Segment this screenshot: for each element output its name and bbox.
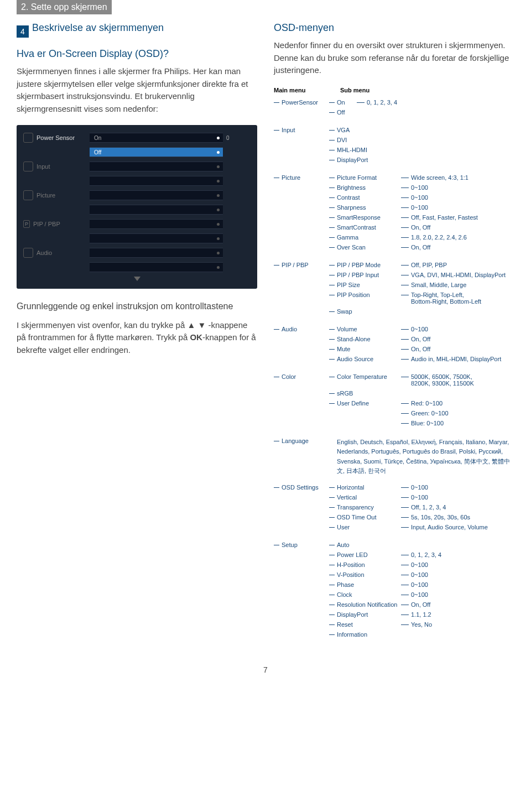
tree-sub: Contrast (329, 194, 401, 201)
osd-value-zero: 0 (226, 135, 251, 141)
tree-value: 1.1, 1.2 (401, 611, 514, 618)
tree-value: On, Off (401, 346, 514, 352)
tree-value: 0~100 (401, 484, 514, 491)
osd-item-input: Input (37, 163, 50, 170)
tree-sub: Transparency (329, 504, 401, 511)
tree-sub: Stand-Alone (329, 336, 401, 342)
tree-value: 0~100 (401, 494, 514, 501)
main-menu-header: Main menu (274, 87, 329, 93)
tree-sub: H-Position (329, 561, 401, 568)
tree-input-dp: DisplayPort (329, 157, 401, 163)
tree-value: On, Off (401, 244, 514, 251)
tree-sub: SmartContrast (329, 224, 401, 231)
osd-option-off: Off (90, 147, 223, 157)
tree-value: Small, Middle, Large (401, 282, 514, 288)
tree-pip: PIP / PBP (274, 262, 329, 318)
tree-value: 1.8, 2.0, 2.2, 2.4, 2.6 (401, 234, 514, 241)
tree-ps-vals: 0, 1, 2, 3, 4 (357, 99, 514, 106)
osd-item-audio: Audio (37, 249, 52, 256)
tree-value: Blue: 0~100 (401, 420, 514, 426)
tree-value: Yes, No (401, 621, 514, 628)
tree-sub: Mute (329, 346, 401, 352)
tree-sub: Vertical (329, 494, 401, 501)
tree-osd-settings: OSD Settings (274, 484, 329, 534)
tree-value: Top-Right, Top-Left, Bottom-Right, Botto… (401, 292, 514, 305)
tree-sub: User Define (329, 400, 401, 407)
tree-sub: DisplayPort (329, 611, 401, 618)
tree-value: 0~100 (401, 194, 514, 201)
tree-value: 5s, 10s, 20s, 30s, 60s (401, 514, 514, 520)
tree-value: Wide screen, 4:3, 1:1 (401, 174, 514, 181)
osd-item-picture: Picture (37, 192, 55, 199)
left-column: 4 Beskrivelse av skjermmenyen Hva er On-… (17, 22, 257, 649)
tree-sub: Sharpness (329, 204, 401, 211)
tree-header: Main menu Sub menu (274, 87, 514, 93)
tree-sub: Brightness (329, 184, 401, 191)
tree-sub: Clock (329, 591, 401, 598)
tree-audio: Audio (274, 326, 329, 366)
tree-sub: Auto (329, 542, 401, 548)
tree-input-dvi: DVI (329, 137, 401, 143)
tree-sub: SmartResponse (329, 214, 401, 221)
tree-sub: PIP / PBP Input (329, 272, 401, 278)
tree-sub: PIP Position (329, 292, 401, 305)
tree-sub: Resolution Notification (329, 601, 401, 608)
menu-tree: PowerSensor On0, 1, 2, 3, 4 Off Input VG… (274, 99, 514, 641)
audio-icon (23, 248, 33, 258)
tree-ps-on: On (329, 99, 357, 106)
tree-value: 0~100 (401, 571, 514, 578)
right-column: OSD-menyen Nedenfor finner du en oversik… (274, 22, 514, 649)
tree-value: On, Off (401, 336, 514, 342)
tree-sub: Reset (329, 621, 401, 628)
picture-icon (23, 190, 33, 200)
tree-value: Red: 0~100 (401, 400, 514, 407)
tree-input-vga: VGA (329, 127, 401, 133)
tree-value: VGA, DVI, MHL-HDMI, DisplayPort (401, 272, 514, 278)
tree-input-mhl: MHL-HDMI (329, 147, 401, 153)
tree-value: 0~100 (401, 326, 514, 332)
tree-value: Input, Audio Source, Volume (401, 524, 514, 530)
tree-sub: Swap (329, 308, 401, 315)
tree-sub: Picture Format (329, 174, 401, 181)
tree-value: Off, PIP, PBP (401, 262, 514, 268)
paragraph-intro: Skjermmenyen finnes i alle skjermer fra … (17, 65, 257, 115)
tree-input: Input (274, 127, 329, 166)
tree-sub: Horizontal (329, 484, 401, 491)
tree-language: Language (274, 438, 329, 476)
page-header: 2. Sette opp skjermen (17, 0, 112, 14)
tree-sub: PIP Size (329, 282, 401, 288)
tree-sub: PIP / PBP Mode (329, 262, 401, 268)
tree-value: 0~100 (401, 581, 514, 588)
osd-option-on: On (90, 133, 223, 143)
tree-sub: Information (329, 631, 401, 638)
tree-value: Audio in, MHL-HDMI, DisplayPort (401, 356, 514, 362)
tree-value: 0, 1, 2, 3, 4 (401, 551, 514, 558)
tree-powersensor: PowerSensor (274, 99, 329, 119)
tree-picture: Picture (274, 174, 329, 254)
osd-menu-title: OSD-menyen (274, 22, 514, 34)
subheading-controls: Grunnleggende og enkel instruksjon om ko… (17, 301, 257, 313)
osd-preview: Power Sensor On 0 Off Input Picture (17, 125, 257, 289)
tree-value: On, Off (401, 224, 514, 231)
tree-value: 0~100 (401, 184, 514, 191)
tree-value: Green: 0~100 (401, 410, 514, 417)
tree-sub: Volume (329, 326, 401, 332)
step-title: Beskrivelse av skjermmenyen (32, 22, 164, 34)
step-heading: 4 Beskrivelse av skjermmenyen (17, 22, 257, 40)
tree-sub: Power LED (329, 551, 401, 558)
tree-sub: OSD Time Out (329, 514, 401, 520)
sub-menu-header: Sub menu (340, 87, 369, 93)
page-number: 7 (17, 665, 514, 674)
tree-sub: User (329, 524, 401, 530)
tree-sub: sRGB (329, 390, 401, 397)
tree-sub: Gamma (329, 234, 401, 241)
step-number: 4 (17, 25, 29, 38)
tree-value: Off, Fast, Faster, Fastest (401, 214, 514, 221)
tree-sub: Audio Source (329, 356, 401, 362)
tree-sub: Color Temperature (329, 373, 401, 387)
osd-item-pip: PIP / PBP (33, 221, 60, 227)
input-icon (23, 162, 33, 171)
tree-value: On, Off (401, 601, 514, 608)
tree-value: 0~100 (401, 204, 514, 211)
tree-value: 0~100 (401, 591, 514, 598)
